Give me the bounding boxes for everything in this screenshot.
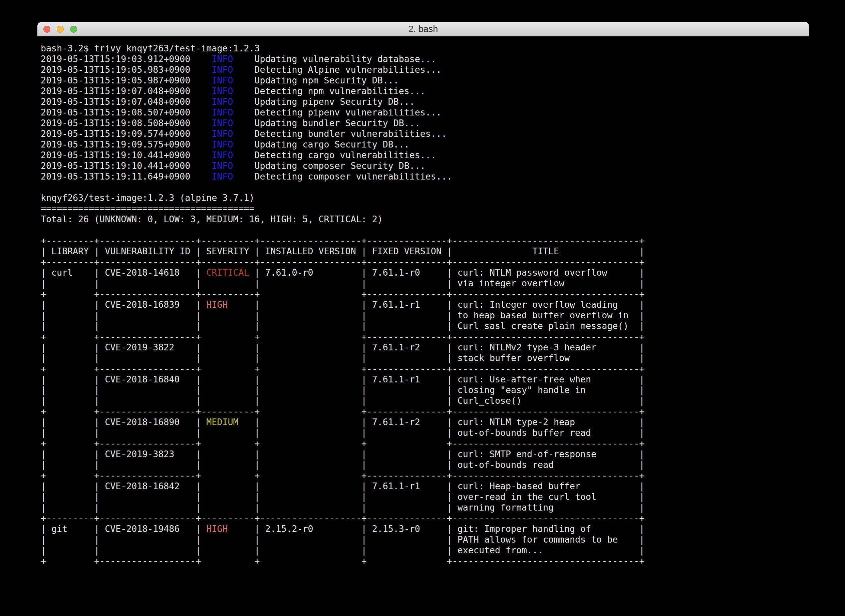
log-line: 2019-05-13T15:19:08.508+0900 INFO Updati…: [41, 118, 809, 129]
table-row: | | | | | | executed from... |: [41, 545, 809, 556]
log-line: 2019-05-13T15:19:09.574+0900 INFO Detect…: [41, 129, 809, 139]
table-separator: + +------------------+ + +--------------…: [41, 470, 809, 481]
report-image-line: knqyf263/test-image:1.2.3 (alpine 3.7.1): [41, 192, 809, 203]
table-row: | curl | CVE-2018-14618 | CRITICAL | 7.6…: [41, 267, 809, 278]
traffic-lights: [43, 22, 77, 36]
log-lines: 2019-05-13T15:19:03.912+0900 INFO Updati…: [41, 54, 809, 182]
log-line: 2019-05-13T15:19:08.507+0900 INFO Detect…: [41, 107, 809, 118]
log-line: 2019-05-13T15:19:07.048+0900 INFO Detect…: [41, 86, 809, 97]
table-row: | | CVE-2019-3822 | | | 7.61.1-r2 | curl…: [41, 342, 809, 353]
log-line: 2019-05-13T15:19:10.441+0900 INFO Detect…: [41, 150, 809, 160]
report-summary-line: Total: 26 (UNKNOWN: 0, LOW: 3, MEDIUM: 1…: [41, 214, 809, 224]
log-line: 2019-05-13T15:19:07.048+0900 INFO Updati…: [41, 97, 809, 107]
table-separator: +---------+------------------+----------…: [41, 513, 809, 524]
log-line: 2019-05-13T15:19:05.987+0900 INFO Updati…: [41, 75, 809, 86]
report-rule-line: ========================================: [41, 203, 809, 214]
table-row: | | CVE-2018-16890 | MEDIUM | | 7.61.1-r…: [41, 417, 809, 427]
close-button[interactable]: [43, 26, 50, 33]
table-row: | | | | | | Curl_sasl_create_plain_messa…: [41, 321, 809, 331]
table-row: | | | | | | out-of-bounds buffer read |: [41, 427, 809, 438]
table-separator: + +------------------+ + + +------------…: [41, 556, 809, 566]
minimize-button[interactable]: [57, 26, 64, 33]
table-lines: +---------+------------------+----------…: [41, 235, 809, 566]
terminal-screen[interactable]: bash-3.2$ trivy knqyf263/test-image:1.2.…: [37, 37, 809, 566]
log-line: 2019-05-13T15:19:09.575+0900 INFO Updati…: [41, 139, 809, 150]
zoom-button[interactable]: [70, 26, 77, 33]
table-row: | | | | | | PATH allows for commands to …: [41, 534, 809, 545]
table-row: | | CVE-2018-16840 | | | 7.61.1-r1 | cur…: [41, 374, 809, 385]
window-titlebar[interactable]: 2. bash: [37, 22, 809, 37]
table-header: | LIBRARY | VULNERABILITY ID | SEVERITY …: [41, 246, 809, 257]
table-row: | | CVE-2019-3823 | | | | curl: SMTP end…: [41, 449, 809, 459]
table-row: | | CVE-2018-16839 | HIGH | | 7.61.1-r1 …: [41, 299, 809, 310]
table-separator: + +------------------+----------+ +-----…: [41, 289, 809, 299]
window-title: 2. bash: [37, 24, 809, 34]
table-row: | | CVE-2018-16842 | | | 7.61.1-r1 | cur…: [41, 481, 809, 491]
log-line: 2019-05-13T15:19:03.912+0900 INFO Updati…: [41, 54, 809, 65]
log-line: 2019-05-13T15:19:05.983+0900 INFO Detect…: [41, 65, 809, 75]
table-row: | | | | | | to heap-based buffer overflo…: [41, 310, 809, 321]
table-separator: + +------------------+ + + +------------…: [41, 438, 809, 449]
table-separator: +---------+------------------+----------…: [41, 257, 809, 267]
log-line: 2019-05-13T15:19:10.441+0900 INFO Updati…: [41, 160, 809, 171]
blank-line: [41, 182, 809, 192]
table-row: | | | | | | out-of-bounds read |: [41, 459, 809, 470]
prompt-line: bash-3.2$ trivy knqyf263/test-image:1.2.…: [41, 43, 809, 54]
table-row: | | | | | | over-read in the curl tool |: [41, 491, 809, 502]
table-row: | | | | | | stack buffer overflow |: [41, 353, 809, 364]
table-separator: + +------------------+----------+ +-----…: [41, 406, 809, 417]
table-separator: + +------------------+ + +--------------…: [41, 331, 809, 342]
table-row: | | | | | | Curl_close() |: [41, 395, 809, 406]
blank-line: [41, 224, 809, 235]
log-line: 2019-05-13T15:19:11.649+0900 INFO Detect…: [41, 171, 809, 182]
terminal-window: 2. bash bash-3.2$ trivy knqyf263/test-im…: [37, 22, 809, 598]
table-row: | | | | | | warning formatting |: [41, 502, 809, 513]
table-row: | | | | | | via integer overflow |: [41, 278, 809, 289]
table-row: | | | | | | closing "easy" handle in |: [41, 385, 809, 395]
table-top-border: +---------+------------------+----------…: [41, 235, 809, 246]
table-separator: + +------------------+ + +--------------…: [41, 364, 809, 374]
table-row: | git | CVE-2018-19486 | HIGH | 2.15.2-r…: [41, 524, 809, 534]
